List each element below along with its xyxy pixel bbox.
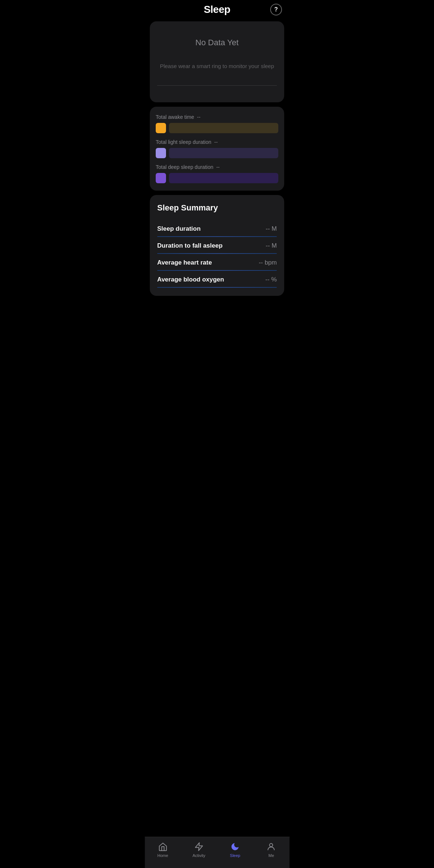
no-data-title: No Data Yet <box>195 38 239 47</box>
awake-bar-row: Total awake time -- <box>156 114 278 133</box>
summary-item-0-header: Sleep duration -- M <box>157 225 277 233</box>
no-data-subtitle: Please wear a smart ring to monitor your… <box>160 62 274 71</box>
sleep-bars-card: Total awake time -- Total light sleep du… <box>150 107 284 191</box>
awake-bar-container <box>156 123 278 133</box>
no-data-card: No Data Yet Please wear a smart ring to … <box>150 21 284 102</box>
light-sleep-label: Total light sleep duration -- <box>156 139 278 145</box>
summary-item-3-value: -- % <box>265 276 277 283</box>
awake-track <box>169 123 278 133</box>
summary-item-2-header: Average heart rate -- bpm <box>157 259 277 266</box>
summary-item-2-label: Average heart rate <box>157 259 212 266</box>
summary-item-2: Average heart rate -- bpm <box>157 254 277 271</box>
no-data-divider <box>157 85 277 86</box>
summary-item-3: Average blood oxygen -- % <box>157 271 277 288</box>
awake-indicator <box>156 123 166 133</box>
deep-sleep-track <box>169 173 278 183</box>
summary-item-1: Duration to fall asleep -- M <box>157 237 277 254</box>
light-sleep-bar-row: Total light sleep duration -- <box>156 139 278 158</box>
light-sleep-indicator <box>156 148 166 158</box>
main-content: No Data Yet Please wear a smart ring to … <box>145 21 289 337</box>
light-sleep-bar-container <box>156 148 278 158</box>
help-icon: ? <box>274 6 278 13</box>
summary-item-1-value: -- M <box>266 242 277 249</box>
summary-item-3-header: Average blood oxygen -- % <box>157 276 277 283</box>
summary-divider-3 <box>157 287 277 288</box>
summary-item-0-label: Sleep duration <box>157 225 201 233</box>
summary-item-1-label: Duration to fall asleep <box>157 242 223 249</box>
summary-item-0: Sleep duration -- M <box>157 220 277 237</box>
summary-item-3-label: Average blood oxygen <box>157 276 224 283</box>
summary-item-1-header: Duration to fall asleep -- M <box>157 242 277 249</box>
help-button[interactable]: ? <box>270 4 282 15</box>
summary-item-0-value: -- M <box>266 225 277 233</box>
deep-sleep-bar-row: Total deep sleep duration -- <box>156 164 278 183</box>
page-title: Sleep <box>204 4 230 15</box>
sleep-summary-title: Sleep Summary <box>157 203 277 213</box>
app-header: Sleep ? <box>145 0 289 21</box>
deep-sleep-bar-container <box>156 173 278 183</box>
light-sleep-track <box>169 148 278 158</box>
summary-item-2-value: -- bpm <box>259 259 277 266</box>
deep-sleep-label: Total deep sleep duration -- <box>156 164 278 170</box>
sleep-summary-card: Sleep Summary Sleep duration -- M Durati… <box>150 195 284 296</box>
awake-label: Total awake time -- <box>156 114 278 120</box>
deep-sleep-indicator <box>156 173 166 183</box>
